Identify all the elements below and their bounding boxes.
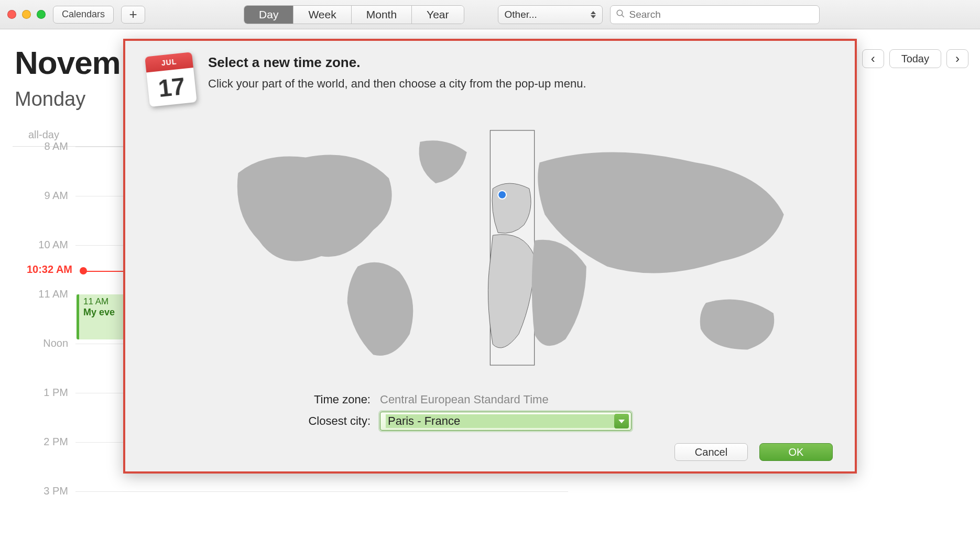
chevron-down-icon <box>618 420 625 423</box>
view-tab-day[interactable]: Day <box>244 6 293 24</box>
calendars-button[interactable]: Calendars <box>53 6 114 24</box>
world-map[interactable] <box>202 107 825 390</box>
closest-city-label: Closest city: <box>202 414 380 428</box>
timezone-dialog: JUL 17 Select a new time zone. Click you… <box>123 39 857 474</box>
view-tab-week[interactable]: Week <box>293 6 351 24</box>
map-pin-icon <box>498 191 506 199</box>
minimize-window-button[interactable] <box>22 10 31 19</box>
svg-line-1 <box>622 15 624 17</box>
current-time-label: 10:32 AM <box>13 263 75 276</box>
prev-button[interactable]: ‹ <box>862 49 884 68</box>
next-button[interactable]: › <box>946 49 968 68</box>
search-icon <box>616 9 625 20</box>
window-controls <box>7 10 46 19</box>
chevron-left-icon: ‹ <box>871 51 875 66</box>
calendar-app-icon: JUL 17 <box>141 52 197 107</box>
hour-label: 9 AM <box>13 190 68 202</box>
ok-button[interactable]: OK <box>759 443 833 461</box>
hour-label: Noon <box>13 337 68 349</box>
timezone-value: Central European Standard Time <box>380 393 549 406</box>
calendar-icon-day: 17 <box>146 68 197 107</box>
hour-label: 10 AM <box>13 239 68 251</box>
date-nav-cluster: ‹ Today › <box>862 49 968 68</box>
search-input[interactable] <box>629 9 814 20</box>
view-segmented-control: Day Week Month Year <box>244 5 464 24</box>
hour-label: 2 PM <box>13 436 68 448</box>
view-tab-year[interactable]: Year <box>412 6 463 24</box>
today-button[interactable]: Today <box>889 49 941 68</box>
event-time: 11 AM <box>83 296 129 307</box>
plus-icon: + <box>129 6 137 23</box>
main-content: Novem Monday ‹ Today › all-day 8 AM 9 AM… <box>0 29 980 539</box>
close-window-button[interactable] <box>7 10 16 19</box>
combobox-toggle-button[interactable] <box>614 414 629 428</box>
chevron-right-icon: › <box>955 51 960 66</box>
hour-label: 1 PM <box>13 387 68 399</box>
event-title: My eve <box>83 307 129 318</box>
titlebar: Calendars + Day Week Month Year Other... <box>0 0 980 29</box>
svg-point-0 <box>617 10 623 16</box>
closest-city-value: Paris - France <box>386 414 614 428</box>
closest-city-combobox[interactable]: Paris - France <box>380 412 631 431</box>
hour-label: 8 AM <box>13 140 68 152</box>
cancel-button[interactable]: Cancel <box>674 443 748 461</box>
add-event-button[interactable]: + <box>121 6 145 24</box>
weekday-label: Monday <box>15 88 85 111</box>
fullscreen-window-button[interactable] <box>37 10 46 19</box>
timezone-label: Time zone: <box>202 393 380 406</box>
view-tab-month[interactable]: Month <box>352 6 412 24</box>
other-dropdown-label: Other... <box>505 9 537 20</box>
month-title: Novem <box>15 44 121 81</box>
dialog-title: Select a new time zone. <box>208 54 586 71</box>
up-down-caret-icon <box>591 11 596 18</box>
other-dropdown[interactable]: Other... <box>498 5 603 24</box>
hour-label: 3 PM <box>13 485 68 497</box>
search-field[interactable] <box>610 5 820 24</box>
dialog-subtitle: Click your part of the world, and then c… <box>208 77 586 91</box>
hour-label: 11 AM <box>13 288 68 300</box>
